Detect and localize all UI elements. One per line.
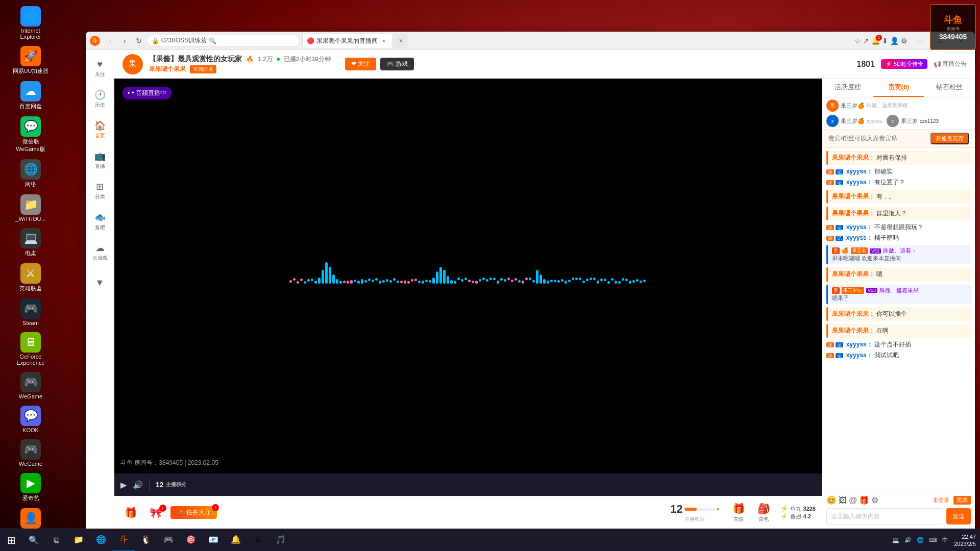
taskbar-item-lol[interactable]: ⚔: [247, 529, 270, 552]
desktop-icon-baidu[interactable]: ☁ 百度网盘: [10, 79, 51, 112]
stream-header: 果 【果酱】最具观赏性的女玩家 🔥 1.2万 已播2小时39分钟 果果嗯个果果: [114, 50, 975, 79]
desktop-icon-wegame[interactable]: 🎮 WeGame: [10, 370, 51, 402]
follow-button[interactable]: ❤ 关注: [345, 58, 376, 70]
minimize-button[interactable]: ─: [910, 32, 930, 50]
desktop-icon-kook[interactable]: 💬 KOOK: [10, 404, 51, 435]
volume-icon[interactable]: 🔊: [133, 480, 143, 490]
game-button[interactable]: 🎮 游戏: [380, 58, 414, 70]
msg-user-11[interactable]: 果果嗯个果果：: [832, 310, 875, 317]
toolbar-backpack[interactable]: 🎒 背包: [753, 500, 774, 525]
tray-ime[interactable]: 中: [940, 535, 950, 545]
chat-input-field[interactable]: [826, 508, 943, 524]
sidebar-item-more[interactable]: ▼: [88, 268, 112, 297]
settings-icon[interactable]: ⚙: [901, 37, 908, 45]
desktop-icon-without[interactable]: 📁 _WiTHOU...: [10, 192, 51, 224]
profile-icon[interactable]: 👤: [890, 37, 899, 45]
msg-user-8[interactable]: 殊微、追着: [883, 247, 911, 255]
toolbar-gift1[interactable]: 🎁: [120, 505, 141, 521]
image-button[interactable]: 🖼: [839, 496, 847, 505]
desktop-icon-wechat[interactable]: 💬 微信联WeGame版: [10, 114, 51, 155]
msg-user-1[interactable]: 果果嗯个果果：: [832, 154, 875, 161]
tray-icon-4[interactable]: ⌨: [927, 536, 939, 544]
msg-user-9[interactable]: 果果嗯个果果：: [832, 270, 875, 278]
taskbar-item-douyu[interactable]: 斗: [112, 529, 135, 552]
dark-mode-toggle[interactable]: 黑幕: [953, 496, 971, 505]
notification-icon[interactable]: 🔔1: [871, 37, 880, 45]
taskview-button[interactable]: ⧉: [45, 529, 67, 552]
desktop-icon-steam[interactable]: 🎮 Steam: [10, 296, 51, 328]
msg-user-5[interactable]: 果果嗯个果果：: [832, 210, 875, 217]
desktop-icon-ie[interactable]: 🌐 Internet Explorer: [10, 4, 51, 42]
address-bar[interactable]: 🔒 023BOSS训练营 🔍: [147, 35, 300, 47]
msg-user-12[interactable]: 果果嗯个果果：: [832, 327, 875, 334]
desktop-icon-net[interactable]: 🌐 网络: [10, 157, 51, 190]
toolbar-gift2[interactable]: 🎀 !: [145, 505, 166, 521]
tray-icon-3[interactable]: 🌐: [915, 536, 926, 544]
seat-button[interactable]: 开通贵宾席: [930, 133, 969, 144]
toolbar-gift-btn[interactable]: 🎁 充值: [728, 500, 749, 525]
no-login-text[interactable]: 未登录: [933, 496, 949, 504]
taskbar-search-button[interactable]: 🔍: [22, 529, 45, 552]
tab-inactive-close[interactable]: ×: [399, 37, 403, 44]
taskbar-clock[interactable]: 22:47 2023/2/5: [954, 533, 980, 547]
desktop-icon-uu[interactable]: 🚀 网易UU加速器: [10, 44, 51, 77]
star-icon[interactable]: ☆: [854, 37, 861, 45]
sidebar-item-home[interactable]: 🏠 首页: [88, 115, 112, 144]
rank-btn[interactable]: 本周排名: [190, 65, 216, 73]
desktop-icon-lol[interactable]: ⚔ 英雄联盟: [10, 261, 51, 294]
task-button[interactable]: 🏇 任务大厅 !: [170, 506, 217, 519]
taskbar-item-penguin[interactable]: 🐧: [135, 529, 157, 552]
settings-input-icon[interactable]: ⚙: [871, 495, 878, 505]
desktop-icon-aiqiyi[interactable]: ▶ 爱奇艺: [10, 471, 51, 504]
sidebar-item-cloud[interactable]: ☁ 云游戏: [88, 238, 112, 266]
desktop-icon-wegame2[interactable]: 🎮 WeGame: [10, 437, 51, 469]
special-effect[interactable]: ⚡ 5D超变传奇: [881, 59, 927, 69]
desktop-icon-dianzhuomen[interactable]: 💻 电桌: [10, 226, 51, 259]
taskbar-item-steam[interactable]: 🎮: [157, 529, 180, 552]
tray-icon-1[interactable]: 💻: [890, 536, 901, 544]
report-btn[interactable]: 📢 直播公告: [934, 60, 967, 68]
gift-input-icon[interactable]: 🎁: [859, 495, 869, 505]
msg-user-7[interactable]: xyyyss：: [846, 234, 873, 241]
sidebar-item-follow[interactable]: ♥ 关注: [88, 54, 112, 83]
emoji-button[interactable]: 😊: [826, 495, 837, 505]
video-player[interactable]: • • 音频直播中 斗鱼 房间号：3849405 | 2023.02.05: [114, 79, 822, 473]
at-button[interactable]: @: [849, 496, 857, 505]
send-button[interactable]: 发送: [946, 508, 971, 524]
wave-bar: [575, 278, 578, 280]
tray-icon-2[interactable]: 🔊: [902, 536, 914, 544]
tab-close-active[interactable]: ×: [380, 37, 388, 45]
msg-user-14[interactable]: xyyyss：: [846, 352, 873, 359]
msg-user-2[interactable]: xyyyss：: [846, 168, 873, 175]
msg-user-13[interactable]: xyyyss：: [846, 341, 873, 348]
top-user-avatar-2: x: [826, 115, 839, 127]
sidebar-item-live[interactable]: 📺 直播: [88, 146, 112, 174]
tab-diamond[interactable]: 钻石粉丝: [924, 79, 975, 97]
sidebar-item-category[interactable]: ⊞ 分类: [88, 177, 112, 205]
play-icon[interactable]: ▶: [120, 480, 127, 490]
back-button[interactable]: ‹: [104, 35, 116, 47]
taskbar-item-explorer[interactable]: 📁: [67, 529, 90, 552]
taskbar-item-music[interactable]: 🎵: [270, 529, 292, 552]
taskbar-item-app3[interactable]: 🔔: [225, 529, 247, 552]
taskbar-item-app1[interactable]: 🎯: [180, 529, 202, 552]
sidebar-item-history[interactable]: 🕐 历史: [88, 85, 112, 113]
msg-user-3[interactable]: xyyyss：: [846, 179, 873, 186]
desktop-icon-geforce[interactable]: 🖥 GeForce Experience: [10, 330, 51, 368]
download-icon[interactable]: ⬇: [882, 37, 888, 45]
sidebar-item-fish[interactable]: 🐟 鱼吧: [88, 207, 112, 236]
wave-bar: [475, 281, 478, 284]
tab-activity[interactable]: 活跃度榜: [822, 79, 873, 97]
start-button[interactable]: ⊞: [0, 529, 22, 552]
taskbar-item-edge[interactable]: 🌐: [90, 529, 112, 552]
tab-vip[interactable]: 贵宾(6): [873, 79, 924, 97]
msg-user-6[interactable]: xyyyss：: [846, 223, 873, 231]
tab-inactive[interactable]: ×: [395, 34, 407, 48]
share-icon[interactable]: ↗: [863, 37, 869, 45]
taskbar-item-app2[interactable]: 📧: [202, 529, 225, 552]
forward-button[interactable]: ›: [118, 35, 131, 47]
msg-user-10[interactable]: 殊微、追着果果: [879, 287, 919, 294]
tab-active[interactable]: 🔴 果果嗯个果果的直播间 ×: [302, 34, 393, 48]
refresh-button[interactable]: ↻: [133, 35, 145, 47]
msg-user-4[interactable]: 果果嗯个果果：: [832, 193, 875, 200]
